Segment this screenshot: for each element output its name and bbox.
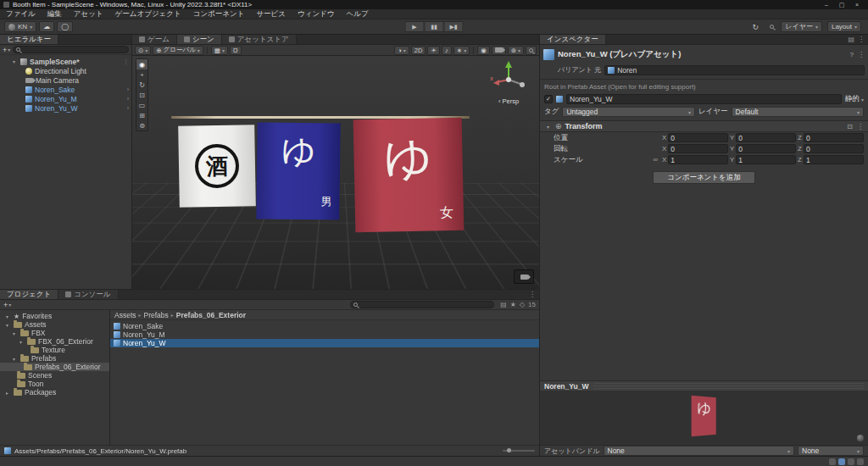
- hierarchy-item-main-camera[interactable]: Main Camera: [0, 75, 131, 85]
- add-component-button[interactable]: コンポーネントを追加: [653, 171, 754, 184]
- play-button[interactable]: ▶: [405, 21, 425, 32]
- transform-tool-button[interactable]: ⊞: [136, 110, 147, 120]
- hierarchy-item-directional-light[interactable]: Directional Light: [0, 66, 131, 75]
- hierarchy-item-noren-yu-w[interactable]: Noren_Yu_W ›: [0, 103, 131, 113]
- create-object-button[interactable]: +▾: [3, 46, 10, 54]
- console-status-icon[interactable]: [848, 458, 854, 465]
- icon-size-slider[interactable]: [503, 450, 535, 452]
- noren-yu-w-object[interactable]: ゆ 女: [353, 118, 465, 233]
- layer-dropdown[interactable]: Default ▾: [732, 107, 865, 117]
- hierarchy-item-noren-sake[interactable]: Noren_Sake ›: [0, 85, 131, 94]
- expand-arrow-icon[interactable]: ▾: [3, 313, 11, 319]
- asset-bundle-dropdown[interactable]: None ▾: [604, 446, 795, 456]
- name-input[interactable]: [566, 94, 842, 104]
- close-button[interactable]: ×: [849, 1, 865, 9]
- hierarchy-scene-root[interactable]: ▾ SampleScene* ⋮: [0, 57, 131, 66]
- 2d-toggle[interactable]: 2D: [411, 46, 426, 55]
- drag-handle[interactable]: [593, 383, 864, 389]
- expand-arrow-icon[interactable]: ▾: [10, 58, 18, 64]
- prefab-chevron-icon[interactable]: ›: [127, 86, 129, 92]
- audio-toggle[interactable]: ♪: [442, 46, 452, 55]
- active-checkbox[interactable]: ✓: [544, 95, 553, 103]
- global-local-dropdown[interactable]: ⊕ グローバル ▾: [153, 46, 203, 55]
- tab-inspector[interactable]: インスペクター: [540, 35, 606, 44]
- gizmos-dropdown[interactable]: ⊛▾: [508, 46, 524, 55]
- tree-favorites[interactable]: ▾ ★ Favorites: [0, 312, 109, 320]
- panel-menu-icon[interactable]: ⋮: [858, 36, 865, 43]
- orientation-gizmo[interactable]: x ‹ Persp: [485, 58, 532, 105]
- tree-texture[interactable]: Texture: [0, 346, 109, 354]
- hierarchy-search-input[interactable]: [22, 46, 125, 53]
- position-x-input[interactable]: [668, 133, 728, 142]
- view-tool-button[interactable]: ◉: [136, 59, 147, 69]
- camera-settings-button[interactable]: [492, 46, 506, 55]
- project-search-input[interactable]: [359, 301, 491, 308]
- breadcrumb-current[interactable]: Prefabs_06_Exterior: [176, 311, 246, 319]
- position-z-input[interactable]: [804, 133, 864, 142]
- move-tool-button[interactable]: +: [136, 69, 147, 80]
- noren-yu-m-object[interactable]: ゆ 男: [256, 122, 340, 219]
- cloud-services-button[interactable]: ☁: [39, 21, 54, 32]
- window-titlebar[interactable]: Booth Item - SampleScene - Windows, Mac,…: [0, 0, 868, 9]
- cloud-status-icon[interactable]: [838, 458, 845, 465]
- tab-project[interactable]: プロジェクト: [0, 290, 58, 299]
- maximize-button[interactable]: ▢: [834, 1, 849, 9]
- tab-asset-store[interactable]: アセットストア: [222, 35, 297, 44]
- scene-viewport[interactable]: 酒 ゆ 男 ゆ 女 ◉ + ↻ ⊡ ▭ ⊞ ⊚ x: [132, 56, 539, 289]
- rotation-y-input[interactable]: [736, 144, 796, 153]
- expand-arrow-icon[interactable]: ▾: [544, 124, 552, 130]
- tab-console[interactable]: コンソール: [58, 290, 118, 299]
- help-icon[interactable]: ?: [850, 51, 854, 58]
- camera-preview-toggle[interactable]: [514, 269, 534, 284]
- tree-assets[interactable]: ▾ Assets: [0, 320, 109, 329]
- layout-dropdown[interactable]: Layout ▾: [827, 21, 861, 32]
- menu-help[interactable]: ヘルプ: [341, 9, 375, 19]
- preview-header[interactable]: Noren_Yu_W: [540, 380, 868, 391]
- account-dropdown[interactable]: KN ▾: [4, 21, 36, 32]
- prefab-chevron-icon[interactable]: ›: [127, 105, 129, 111]
- rotate-tool-button[interactable]: ↻: [136, 80, 147, 90]
- scale-x-input[interactable]: [668, 155, 728, 164]
- tab-scene[interactable]: シーン: [177, 35, 222, 44]
- preview-lighting-icon[interactable]: [857, 435, 864, 441]
- tree-scenes[interactable]: Scenes: [0, 371, 109, 380]
- tab-hierarchy[interactable]: ヒエラルキー: [0, 35, 58, 44]
- snap-settings-button[interactable]: Ω: [230, 46, 242, 55]
- file-noren-sake[interactable]: Noren_Sake: [110, 322, 539, 330]
- create-asset-button[interactable]: +▾: [3, 301, 11, 309]
- effects-dropdown[interactable]: ∗▾: [453, 46, 470, 55]
- menu-file[interactable]: ファイル: [0, 9, 42, 19]
- tag-dropdown[interactable]: Untagged ▾: [562, 107, 695, 117]
- search-icon[interactable]: [765, 21, 778, 32]
- link-scale-icon[interactable]: ∞: [653, 156, 658, 164]
- scale-tool-button[interactable]: ⊡: [136, 90, 147, 100]
- search-label-icon[interactable]: ★: [510, 301, 516, 308]
- tree-packages[interactable]: ▸ Packages: [0, 388, 109, 397]
- rotation-x-input[interactable]: [668, 144, 728, 153]
- lock-icon[interactable]: ▤: [848, 36, 854, 43]
- undo-history-icon[interactable]: ↻: [748, 21, 762, 32]
- scale-y-input[interactable]: [736, 155, 796, 164]
- visibility-toggle[interactable]: ◉: [477, 46, 490, 55]
- asset-preview[interactable]: ゆ: [540, 391, 868, 445]
- scale-z-input[interactable]: [804, 155, 864, 164]
- breadcrumb-assets[interactable]: Assets: [114, 311, 136, 319]
- minimize-button[interactable]: –: [819, 1, 834, 9]
- presets-icon[interactable]: ⊡: [847, 123, 853, 130]
- tree-fbx[interactable]: ▾ FBX: [0, 329, 109, 337]
- scene-search-button[interactable]: [526, 46, 537, 55]
- expand-arrow-icon[interactable]: ▾: [10, 330, 18, 336]
- position-y-input[interactable]: [736, 133, 796, 142]
- tree-prefabs-06-exterior[interactable]: Prefabs_06_Exterior: [0, 363, 109, 371]
- asset-bundle-variant-dropdown[interactable]: None ▾: [798, 446, 864, 456]
- pivot-dropdown[interactable]: ⊙▾: [135, 46, 151, 55]
- menu-gameobject[interactable]: ゲームオブジェクト: [109, 9, 187, 19]
- scene-options-icon[interactable]: ⋮: [123, 58, 129, 65]
- hierarchy-search[interactable]: [13, 46, 129, 53]
- rotation-z-input[interactable]: [804, 144, 864, 153]
- prefab-chevron-icon[interactable]: ›: [127, 96, 129, 102]
- breadcrumb-prefabs[interactable]: Prefabs: [144, 311, 169, 319]
- render-mode-dropdown[interactable]: ◑▾: [394, 46, 409, 55]
- file-noren-yu-m[interactable]: Noren_Yu_M: [110, 330, 539, 339]
- hierarchy-item-noren-yu-m[interactable]: Noren_Yu_M ›: [0, 94, 131, 103]
